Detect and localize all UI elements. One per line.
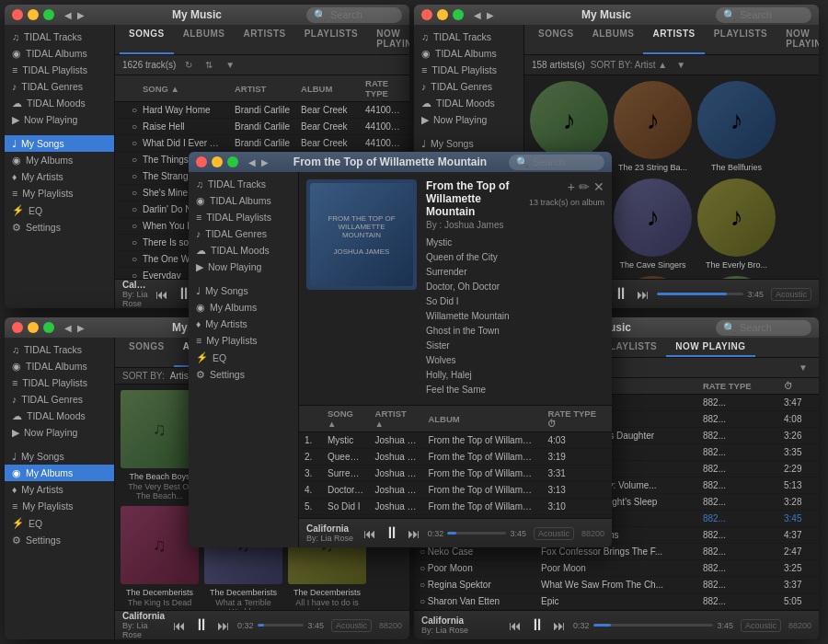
search-box-popup[interactable]: 🔍	[509, 155, 604, 170]
close-button-win3[interactable]	[12, 322, 23, 333]
back-button-win3[interactable]: ◀	[62, 323, 75, 333]
sidebar-item-tidal-moods[interactable]: ☁TIDAL Moods	[5, 95, 114, 111]
track-star[interactable]: ○	[126, 235, 137, 251]
next-btn-win2[interactable]: ⏭	[637, 287, 650, 302]
album-item[interactable]: ♫ The Beach Boys The Very Best Of The Be…	[121, 390, 199, 500]
sidebar-item-tidal-genres-popup[interactable]: ♪TIDAL Genres	[189, 225, 298, 242]
search-box-win2[interactable]: 🔍	[716, 7, 811, 23]
track-star[interactable]: ○	[126, 135, 137, 152]
sidebar-item-tidal-albums-win3[interactable]: ◉TIDAL Albums	[5, 358, 114, 374]
popup-col-artist[interactable]: ARTIST ▲	[370, 406, 423, 432]
back-button-win1[interactable]: ◀	[62, 10, 75, 20]
sidebar-item-tidal-tracks-popup[interactable]: ♫TIDAL Tracks	[189, 176, 298, 192]
popup-col-type[interactable]: RATE TYPE ⏱	[542, 406, 612, 432]
sidebar-item-tidal-genres[interactable]: ♪TIDAL Genres	[5, 78, 114, 95]
sidebar-item-tidal-albums-popup[interactable]: ◉TIDAL Albums	[189, 192, 298, 209]
col-type[interactable]: RATE TYPE	[360, 75, 406, 102]
sidebar-item-my-songs-win2[interactable]: ♩My Songs	[414, 135, 523, 152]
sidebar-item-tidal-genres-win2[interactable]: ♪TIDAL Genres	[414, 78, 523, 95]
sidebar-item-now-playing-win2[interactable]: ▶Now Playing	[414, 111, 523, 128]
search-box-win1[interactable]: 🔍	[306, 7, 402, 23]
sidebar-item-now-playing[interactable]: ▶Now Playing	[5, 111, 114, 128]
table-row[interactable]: ○ Sharon Van Etten Epic 882... 5:05	[414, 593, 819, 610]
tab-artists-win2[interactable]: ARTISTS	[643, 25, 704, 54]
col-song[interactable]: SONG ▲	[137, 75, 229, 102]
tab-albums-win1[interactable]: ALBUMS	[174, 25, 235, 54]
next-btn-win3[interactable]: ⏭	[217, 618, 230, 633]
search-input-win4[interactable]	[740, 322, 804, 333]
minimize-button-win1[interactable]	[28, 9, 39, 20]
table-row[interactable]: ○ Regina Spektor What We Saw From The Ch…	[414, 577, 819, 593]
sidebar-item-my-songs[interactable]: ♩My Songs	[5, 135, 114, 152]
tab-nowplaying-win2[interactable]: NOW PLAYING	[776, 25, 819, 54]
track-star[interactable]: ○	[126, 268, 137, 280]
sidebar-item-my-albums[interactable]: ◉My Albums	[5, 152, 114, 168]
sidebar-item-tidal-moods-popup[interactable]: ☁TIDAL Moods	[189, 242, 298, 259]
progress-track-win4[interactable]	[593, 624, 714, 627]
prev-btn-popup[interactable]: ⏮	[363, 526, 376, 541]
close-button-popup[interactable]	[196, 156, 207, 167]
filter-btn-win1[interactable]: ▼	[222, 58, 238, 72]
next-btn-popup[interactable]: ⏭	[408, 526, 420, 541]
sidebar-item-my-artists-win3[interactable]: ♦My Artists	[5, 481, 114, 498]
sidebar-item-my-artists-popup[interactable]: ♦My Artists	[189, 316, 298, 332]
table-row[interactable]: ○ Poor Moon Poor Moon 882... 3:25	[414, 560, 819, 577]
sidebar-item-my-playlists-popup[interactable]: ≡My Playlists	[189, 332, 298, 349]
sidebar-item-tidal-moods-win2[interactable]: ☁TIDAL Moods	[414, 95, 523, 111]
popup-close-btn[interactable]: ✕	[593, 179, 604, 194]
forward-button-win3[interactable]: ▶	[75, 323, 87, 333]
col-artist[interactable]: ARTIST	[229, 75, 295, 102]
sidebar-item-tidal-albums-win2[interactable]: ◉TIDAL Albums	[414, 45, 523, 62]
popup-track-row[interactable]: 2. Queen of the City Joshua James From t…	[299, 449, 612, 466]
minimize-button-popup[interactable]	[212, 156, 223, 167]
forward-button-win2[interactable]: ▶	[484, 10, 497, 20]
tab-songs-win1[interactable]: SONGS	[120, 25, 174, 54]
search-input-win1[interactable]	[330, 9, 395, 20]
play-btn-win2[interactable]: ⏸	[613, 284, 629, 304]
forward-button-popup[interactable]: ▶	[259, 157, 271, 167]
sidebar-item-tidal-playlists-win2[interactable]: ≡TIDAL Playlists	[414, 62, 523, 78]
track-star[interactable]: ○	[126, 102, 137, 119]
prev-btn-win3[interactable]: ⏮	[173, 618, 186, 633]
play-btn-win3[interactable]: ⏸	[193, 615, 210, 635]
tab-songs-win3[interactable]: SONGS	[120, 338, 174, 367]
sidebar-item-my-songs-win3[interactable]: ♩My Songs	[5, 448, 114, 465]
table-row[interactable]: ○ Hard Way Home Brandi Carlile Bear Cree…	[115, 102, 409, 119]
sort-btn-win1[interactable]: ⇅	[201, 58, 216, 72]
sidebar-item-settings[interactable]: ⚙Settings	[5, 219, 114, 236]
sidebar-item-tidal-tracks[interactable]: ♫TIDAL Tracks	[5, 29, 114, 45]
sidebar-item-my-artists[interactable]: ♦My Artists	[5, 168, 114, 185]
sidebar-item-my-albums-win3[interactable]: ◉My Albums	[5, 465, 114, 481]
play-btn-popup[interactable]: ⏸	[384, 523, 400, 543]
artist-item[interactable]: ♪ The Cave Singers	[614, 178, 692, 270]
maximize-button-win3[interactable]	[43, 322, 54, 333]
minimize-button-win2[interactable]	[437, 9, 448, 20]
tab-artists-win1[interactable]: ARTISTS	[234, 25, 294, 54]
tab-albums-win2[interactable]: ALBUMS	[583, 25, 644, 54]
artist-item[interactable]: ♪ The Everly Bro...	[697, 178, 776, 270]
close-button-win1[interactable]	[12, 9, 23, 20]
sidebar-item-tidal-playlists[interactable]: ≡TIDAL Playlists	[5, 62, 114, 78]
sidebar-item-my-albums-popup[interactable]: ◉My Albums	[189, 299, 298, 316]
maximize-button-win1[interactable]	[43, 9, 54, 20]
popup-col-song[interactable]: SONG ▲	[322, 406, 370, 432]
popup-track-row[interactable]: 3. Surrender Joshua James From the Top o…	[299, 466, 612, 482]
sidebar-item-now-playing-win3[interactable]: ▶Now Playing	[5, 424, 114, 441]
tab-songs-win2[interactable]: SONGS	[529, 25, 583, 54]
play-btn-win4[interactable]: ⏸	[529, 615, 546, 635]
table-row[interactable]: ○ Raise Hell Brandi Carlile Bear Creek 4…	[115, 119, 409, 135]
sidebar-item-settings-win3[interactable]: ⚙Settings	[5, 532, 114, 548]
track-star[interactable]: ○	[126, 201, 137, 218]
sidebar-item-eq[interactable]: ⚡EQ	[5, 201, 114, 219]
table-row[interactable]: ○ What Did I Ever Come Here For Brandi C…	[115, 135, 409, 152]
track-star[interactable]: ○	[126, 119, 137, 135]
back-button-popup[interactable]: ◀	[246, 157, 259, 167]
prev-btn-win1[interactable]: ⏮	[155, 287, 168, 302]
sidebar-item-tidal-moods-win3[interactable]: ☁TIDAL Moods	[5, 408, 114, 424]
col-album[interactable]: ALBUM	[295, 75, 360, 102]
popup-track-row[interactable]: 5. So Did I Joshua James From the Top of…	[299, 499, 612, 515]
minimize-button-win3[interactable]	[28, 322, 39, 333]
popup-add-btn[interactable]: +	[568, 179, 575, 194]
track-star[interactable]: ○	[126, 218, 137, 235]
filter-btn-win2[interactable]: ▼	[673, 58, 689, 72]
